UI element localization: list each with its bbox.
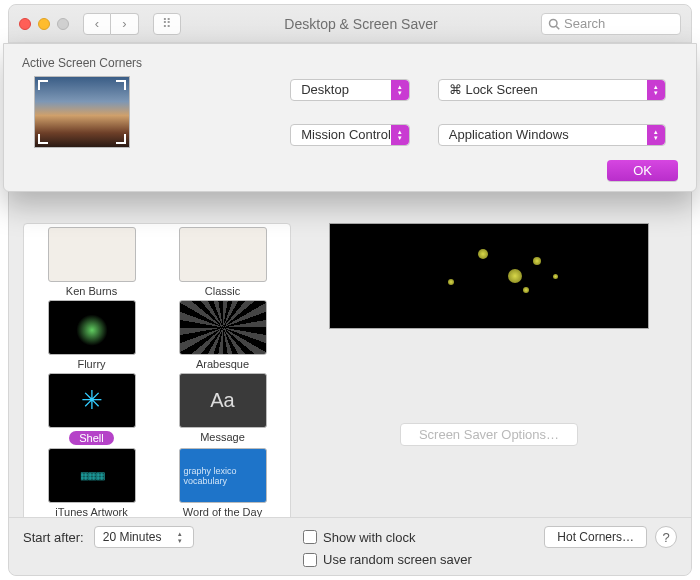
list-item[interactable]: Ken Burns (26, 226, 157, 299)
list-item[interactable]: Arabesque (157, 299, 288, 372)
list-item[interactable]: Classic (157, 226, 288, 299)
start-after-control: Start after: 20 Minutes (23, 526, 303, 548)
list-item-selected-label: Shell (69, 431, 113, 445)
start-after-dropdown[interactable]: 20 Minutes (94, 526, 194, 548)
window-controls (19, 18, 69, 30)
thumbnail (48, 300, 136, 355)
list-item[interactable]: graphy lexico vocabulary Word of the Day (157, 447, 288, 520)
chevron-updown-icon (647, 125, 665, 145)
minimize-window-icon[interactable] (38, 18, 50, 30)
hot-corners-button[interactable]: Hot Corners… (544, 526, 647, 548)
corner-select-bottom-left[interactable]: Mission Control (290, 124, 410, 146)
corner-value: Mission Control (301, 127, 391, 142)
ok-button[interactable]: OK (607, 160, 678, 181)
show-with-clock-checkbox[interactable]: Show with clock (303, 530, 415, 545)
screensaver-preview (329, 223, 649, 329)
start-after-label: Start after: (23, 530, 84, 545)
corner-marker-icon (116, 134, 126, 144)
corner-marker-icon (38, 80, 48, 90)
help-button[interactable]: ? (655, 526, 677, 548)
list-item-label: Classic (205, 285, 240, 297)
list-item[interactable]: Aa Message (157, 372, 288, 447)
corner-select-bottom-right[interactable]: Application Windows (438, 124, 666, 146)
checkbox-input[interactable] (303, 530, 317, 544)
dropdown-value: 20 Minutes (103, 530, 162, 544)
particles-icon (438, 239, 588, 309)
grid-icon: ⠿ (162, 16, 172, 31)
chevron-updown-icon (647, 80, 665, 100)
search-input[interactable]: Search (541, 13, 681, 35)
list-item-label: Message (200, 431, 245, 443)
screensaver-options-button[interactable]: Screen Saver Options… (400, 423, 578, 446)
svg-line-1 (556, 26, 559, 29)
list-item-label: Arabesque (196, 358, 249, 370)
thumbnail (48, 373, 136, 428)
list-item[interactable]: Shell (26, 372, 157, 447)
search-placeholder: Search (564, 16, 605, 31)
screensaver-preview-pane: Screen Saver Options… (301, 223, 677, 525)
show-all-button[interactable]: ⠿ (153, 13, 181, 35)
zoom-window-icon (57, 18, 69, 30)
corner-marker-icon (38, 134, 48, 144)
corner-marker-icon (116, 80, 126, 90)
sheet-heading: Active Screen Corners (4, 44, 696, 76)
thumbnail (48, 227, 136, 282)
hot-corners-sheet: Active Screen Corners Desktop ⌘ Lock Scr… (3, 43, 697, 192)
desktop-wallpaper-icon (35, 77, 129, 147)
thumbnail: Aa (179, 373, 267, 428)
svg-point-0 (550, 19, 558, 27)
glyph: graphy lexico vocabulary (184, 466, 262, 486)
screen-preview-thumbnail (34, 76, 130, 148)
forward-button[interactable]: › (111, 13, 139, 35)
hot-corners-grid: Desktop ⌘ Lock Screen Mission Control Ap… (34, 76, 666, 148)
corner-select-top-left[interactable]: Desktop (290, 79, 410, 101)
chevron-updown-icon (173, 529, 187, 545)
list-item-label: Ken Burns (66, 285, 117, 297)
checkbox-input[interactable] (303, 553, 317, 567)
preferences-window: ‹ › ⠿ Desktop & Screen Saver Search Acti… (8, 4, 692, 576)
back-button[interactable]: ‹ (83, 13, 111, 35)
list-item[interactable]: iTunes Artwork (26, 447, 157, 520)
close-window-icon[interactable] (19, 18, 31, 30)
corner-value: Application Windows (449, 127, 569, 142)
thumbnail: graphy lexico vocabulary (179, 448, 267, 503)
titlebar: ‹ › ⠿ Desktop & Screen Saver Search (9, 5, 691, 43)
chevron-updown-icon (391, 80, 409, 100)
search-icon (548, 18, 560, 30)
screensaver-list[interactable]: Ken Burns Classic Flurry Arabesque Shell (23, 223, 291, 525)
checkbox-label: Use random screen saver (323, 552, 472, 567)
checkbox-label: Show with clock (323, 530, 415, 545)
chevron-updown-icon (391, 125, 409, 145)
corner-select-top-right[interactable]: ⌘ Lock Screen (438, 79, 666, 101)
thumbnail (48, 448, 136, 503)
thumbnail (179, 300, 267, 355)
corner-value: ⌘ Lock Screen (449, 82, 538, 97)
glyph: Aa (210, 389, 234, 412)
sheet-footer: OK (4, 156, 696, 181)
bottom-controls: Start after: 20 Minutes Show with clock … (9, 517, 691, 575)
screensaver-content: Ken Burns Classic Flurry Arabesque Shell (9, 223, 691, 525)
list-item[interactable]: Flurry (26, 299, 157, 372)
nav-back-forward: ‹ › (83, 13, 139, 35)
corner-value: Desktop (301, 82, 349, 97)
thumbnail (179, 227, 267, 282)
window-title: Desktop & Screen Saver (189, 16, 533, 32)
use-random-checkbox[interactable]: Use random screen saver (303, 552, 677, 567)
list-item-label: Flurry (77, 358, 105, 370)
